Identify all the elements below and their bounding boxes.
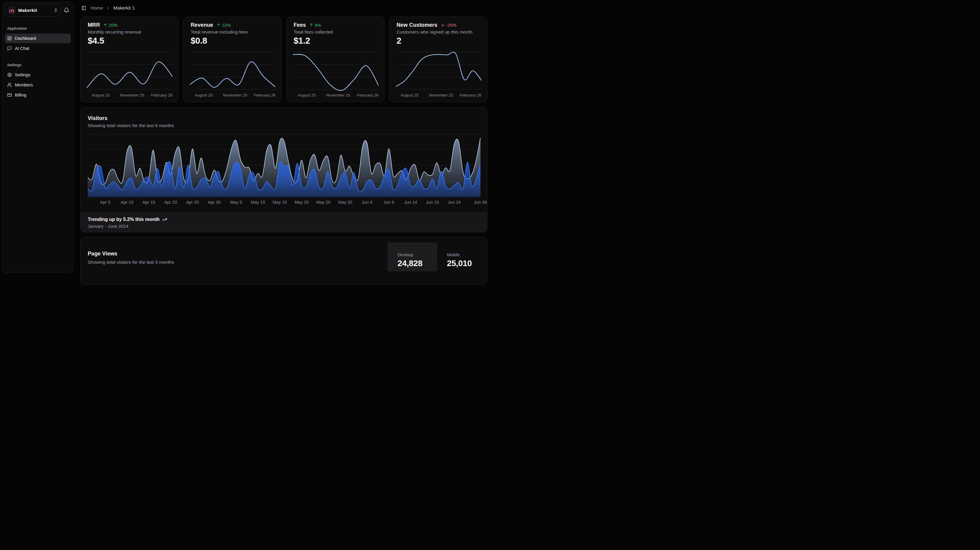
arrow-up-icon <box>309 23 313 27</box>
stat-figure: $4.5 <box>88 36 171 46</box>
x-tick-label: February 26 <box>460 92 481 98</box>
x-tick-label: May 5 <box>230 199 242 205</box>
x-tick-label: November 25 <box>326 92 350 98</box>
x-tick-label: Apr 25 <box>186 199 199 205</box>
x-tick-label: Jun 24 <box>448 199 461 205</box>
x-tick-label: August 25 <box>194 92 213 98</box>
page-views-subtitle: Showing total visitors for the last 3 mo… <box>88 259 174 265</box>
sidebar-item-settings[interactable]: Settings <box>5 70 71 79</box>
x-tick-label: May 25 <box>317 199 331 205</box>
sidebar-item-members[interactable]: Members <box>5 80 71 90</box>
sparkline-chart[interactable] <box>293 50 379 95</box>
message-square-icon <box>7 46 12 51</box>
x-tick-label: Apr 20 <box>164 199 177 205</box>
sparkline-chart[interactable] <box>396 50 481 95</box>
visitors-subtitle: Showing total visitors for the last 6 mo… <box>88 123 480 128</box>
notifications-button[interactable] <box>61 5 72 16</box>
toggle-desktop[interactable]: Desktop24,828 <box>388 243 438 271</box>
x-tick-label: May 20 <box>294 199 309 205</box>
x-tick-label: Jun 14 <box>404 199 417 205</box>
toggle-mobile[interactable]: Mobile25,010 <box>438 243 487 271</box>
x-tick-label: August 25 <box>92 92 110 98</box>
sidebar-toggle-button[interactable] <box>80 4 88 12</box>
credit-card-icon <box>7 93 12 97</box>
breadcrumb-bar: Home Makerkit 1 <box>80 0 490 16</box>
visitors-footer: Trending up by 5.2% this month January -… <box>81 212 487 232</box>
x-tick-label: Apr 15 <box>142 199 155 205</box>
chevron-right-icon <box>106 6 110 10</box>
sparkline-x-axis: August 25November 25February 26 <box>87 92 172 98</box>
stat-title: MRR <box>88 21 100 29</box>
team-name: Makerkit <box>18 8 51 13</box>
sidebar-nav: ApplicationDashboardAI ChatSettingsSetti… <box>2 27 73 100</box>
sidebar-item-dashboard[interactable]: Dashboard <box>5 33 71 43</box>
visitors-footer-line1: Trending up by 5.2% this month <box>88 216 480 223</box>
stat-description: Total revenue including fees <box>191 29 274 35</box>
visitors-x-axis: Apr 5Apr 10Apr 15Apr 20Apr 25Apr 30May 5… <box>88 199 480 205</box>
stat-title: Revenue <box>191 21 213 29</box>
visitors-area-chart[interactable] <box>88 133 480 199</box>
sidebar-header: m Makerkit <box>2 2 73 17</box>
page-views-header: Page Views Showing total visitors for th… <box>88 250 174 265</box>
x-tick-label: Jun 30 <box>474 199 487 205</box>
sidebar-item-label: Settings <box>15 73 30 77</box>
stat-title: New Customers <box>397 21 438 29</box>
visitors-card: Visitors Showing total visitors for the … <box>80 107 487 233</box>
visitors-footer-range: January - June 2024 <box>88 223 480 229</box>
sidebar-group-label-settings: Settings <box>5 63 71 67</box>
stat-figure: $1.2 <box>294 36 377 46</box>
x-tick-label: November 25 <box>120 92 144 98</box>
trend-badge: 9% <box>309 22 321 28</box>
x-tick-label: November 25 <box>429 92 453 98</box>
layout-dashboard-icon <box>7 36 12 41</box>
toggle-value: 24,828 <box>398 258 438 268</box>
x-tick-label: May 30 <box>338 199 352 205</box>
x-tick-label: February 26 <box>357 92 379 98</box>
stat-card-new-customers: New Customers-25%Customers who signed up… <box>389 17 487 102</box>
stat-figure: $0.8 <box>191 36 274 46</box>
trend-badge: 20% <box>103 22 118 28</box>
sidebar-item-billing[interactable]: Billing <box>5 90 71 100</box>
sparkline-chart[interactable] <box>87 50 172 95</box>
arrow-up-icon <box>103 23 107 27</box>
sparkline-chart[interactable] <box>190 50 275 95</box>
users-icon <box>7 82 12 87</box>
x-tick-label: February 26 <box>151 92 172 98</box>
x-tick-label: Jun 19 <box>426 199 439 205</box>
team-selector[interactable]: m Makerkit <box>5 4 60 17</box>
breadcrumb-home[interactable]: Home <box>91 5 103 11</box>
sparkline-x-axis: August 25November 25February 26 <box>190 92 275 98</box>
visitors-header: Visitors Showing total visitors for the … <box>81 107 487 128</box>
sidebar-item-label: Dashboard <box>15 36 36 41</box>
visitors-title: Visitors <box>88 115 480 122</box>
page-views-title: Page Views <box>88 250 174 257</box>
sidebar-item-label: AI Chat <box>15 46 29 51</box>
page-views-toggles: Desktop24,828Mobile25,010 <box>388 243 487 271</box>
x-tick-label: Apr 5 <box>100 199 110 205</box>
x-tick-label: May 15 <box>273 199 287 205</box>
stat-figure: 2 <box>397 36 480 46</box>
trend-value: 12% <box>222 22 231 28</box>
x-tick-label: Jun 4 <box>362 199 372 205</box>
trend-badge: 12% <box>216 22 231 28</box>
x-tick-label: Jun 9 <box>383 199 394 205</box>
toggle-label: Desktop <box>398 252 438 257</box>
stat-title: Fees <box>294 21 306 29</box>
sidebar-item-label: Members <box>15 82 33 87</box>
toggle-label: Mobile <box>447 252 487 257</box>
trend-value: 9% <box>315 22 321 28</box>
stat-description: Customers who signed up this month <box>397 29 480 35</box>
panel-left-icon <box>81 6 86 10</box>
stat-card-mrr: MRR20%Monthly recurring revenue$4.5Augus… <box>80 17 178 102</box>
stat-description: Total fees collected <box>294 29 377 35</box>
bell-icon <box>64 8 69 13</box>
breadcrumb-current: Makerkit 1 <box>113 5 135 11</box>
trend-badge: -25% <box>441 22 457 28</box>
sidebar: m Makerkit ApplicationDashboardAI ChatSe… <box>2 2 73 273</box>
trend-value: 20% <box>108 22 118 28</box>
x-tick-label: May 10 <box>251 199 265 205</box>
stat-card-revenue: Revenue12%Total revenue including fees$0… <box>183 17 281 102</box>
page-views-card: Page Views Showing total visitors for th… <box>80 237 487 275</box>
sidebar-item-ai-chat[interactable]: AI Chat <box>5 44 71 53</box>
chevrons-up-down-icon <box>54 8 58 13</box>
